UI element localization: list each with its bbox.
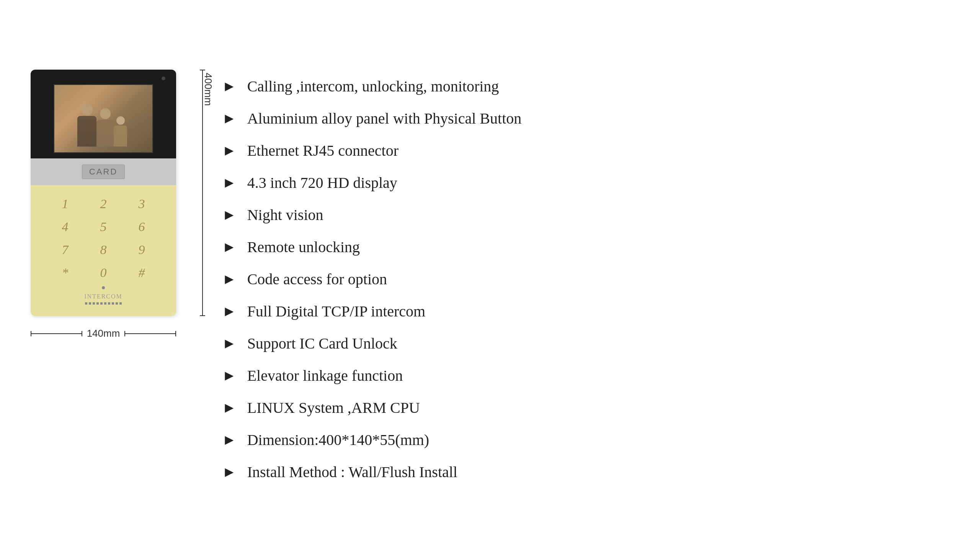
device-top-panel <box>31 70 176 158</box>
speaker-dot <box>108 302 110 305</box>
specs-list: ►Calling ,intercom, unlocking, monitorin… <box>222 70 949 481</box>
device-wrapper: CARD 123456789*0# INTERCOM <box>31 70 176 339</box>
spec-text-2: Aluminium alloy panel with Physical Butt… <box>247 109 522 128</box>
spec-item-10: ►Elevator linkage function <box>222 367 949 385</box>
width-dimension: 140mm <box>31 328 176 339</box>
spec-text-6: Remote unlocking <box>247 238 360 256</box>
spec-item-3: ►Ethernet RJ45 connector <box>222 142 949 160</box>
device-with-dims: CARD 123456789*0# INTERCOM <box>31 70 176 316</box>
bullet-icon: ► <box>222 111 237 126</box>
spec-text-5: Night vision <box>247 206 323 224</box>
bullet-icon: ► <box>222 79 237 93</box>
height-dim-label: 400mm <box>202 70 214 109</box>
height-dim-line: 400mm <box>202 70 203 316</box>
speaker-dot <box>96 302 99 305</box>
camera-dot <box>162 77 165 80</box>
width-dim-line <box>31 333 82 334</box>
spec-text-13: Install Method : Wall/Flush Install <box>247 463 457 481</box>
keypad-key-4: 4 <box>54 220 77 234</box>
spec-text-12: Dimension:400*140*55(mm) <box>247 431 430 449</box>
bullet-icon: ► <box>222 432 237 447</box>
spec-text-4: 4.3 inch 720 HD display <box>247 174 397 192</box>
spec-item-4: ► 4.3 inch 720 HD display <box>222 174 949 192</box>
width-dim-label: 140mm <box>82 328 125 339</box>
bullet-icon: ► <box>222 175 237 190</box>
bullet-icon: ► <box>222 400 237 415</box>
speaker-dot <box>89 302 91 305</box>
keypad-key-5: 5 <box>92 220 115 234</box>
bullet-icon: ► <box>222 465 237 479</box>
keypad-key-1: 1 <box>54 197 77 211</box>
keypad-key-7: 7 <box>54 243 77 257</box>
device-bottom-panel: 123456789*0# INTERCOM <box>31 185 176 316</box>
spec-text-8: Full Digital TCP/IP intercom <box>247 302 426 321</box>
spec-item-1: ►Calling ,intercom, unlocking, monitorin… <box>222 77 949 96</box>
keypad-key-#: # <box>130 266 153 280</box>
device-bottom-info: INTERCOM <box>38 286 168 305</box>
spec-item-11: ►LINUX System ,ARM CPU <box>222 399 949 417</box>
bullet-icon: ► <box>222 207 237 222</box>
keypad-key-3: 3 <box>130 197 153 211</box>
spec-text-9: Support IC Card Unlock <box>247 334 397 353</box>
spec-text-10: Elevator linkage function <box>247 367 403 385</box>
keypad-key-8: 8 <box>92 243 115 257</box>
spec-item-13: ►Install Method : Wall/Flush Install <box>222 463 949 481</box>
device-screen <box>54 84 153 153</box>
spec-item-9: ►Support IC Card Unlock <box>222 334 949 353</box>
speaker-dot <box>119 302 122 305</box>
spec-item-8: ►Full Digital TCP/IP intercom <box>222 302 949 321</box>
keypad-key-6: 6 <box>130 220 153 234</box>
screen-image <box>54 85 152 152</box>
bullet-icon: ► <box>222 272 237 286</box>
bullet-icon: ► <box>222 304 237 318</box>
spec-item-12: ►Dimension:400*140*55(mm) <box>222 431 949 449</box>
spec-item-5: ►Night vision <box>222 206 949 224</box>
spec-text-1: Calling ,intercom, unlocking, monitoring <box>247 77 499 96</box>
spec-item-2: ►Aluminium alloy panel with Physical But… <box>222 109 949 128</box>
keypad-key-*: * <box>54 266 77 280</box>
bullet-icon: ► <box>222 368 237 383</box>
device-middle-panel: CARD <box>31 158 176 185</box>
speaker-dot <box>93 302 95 305</box>
width-dim-line-right <box>124 333 176 334</box>
speaker-dot <box>116 302 118 305</box>
keypad-key-2: 2 <box>92 197 115 211</box>
brand-text: INTERCOM <box>84 293 122 300</box>
screen-overlay <box>54 85 152 152</box>
bullet-icon: ► <box>222 336 237 350</box>
spec-text-11: LINUX System ,ARM CPU <box>247 399 420 417</box>
brand-dot <box>102 286 105 289</box>
device-body: CARD 123456789*0# INTERCOM <box>31 70 176 316</box>
card-reader-label: CARD <box>82 165 125 179</box>
keypad-key-0: 0 <box>92 266 115 280</box>
height-dimension: 400mm <box>202 70 203 316</box>
speaker-dot <box>104 302 106 305</box>
spec-text-7: Code access for option <box>247 270 387 289</box>
speaker-dot <box>100 302 103 305</box>
bullet-icon: ► <box>222 240 237 254</box>
speaker-dot <box>85 302 87 305</box>
keypad-key-9: 9 <box>130 243 153 257</box>
spec-item-7: ►Code access for option <box>222 270 949 289</box>
speaker-dot <box>112 302 114 305</box>
main-container: CARD 123456789*0# INTERCOM <box>31 70 949 481</box>
spec-item-6: ►Remote unlocking <box>222 238 949 256</box>
speaker-grill <box>85 302 122 305</box>
bullet-icon: ► <box>222 143 237 158</box>
keypad-grid: 123456789*0# <box>54 197 153 280</box>
spec-text-3: Ethernet RJ45 connector <box>247 142 399 160</box>
